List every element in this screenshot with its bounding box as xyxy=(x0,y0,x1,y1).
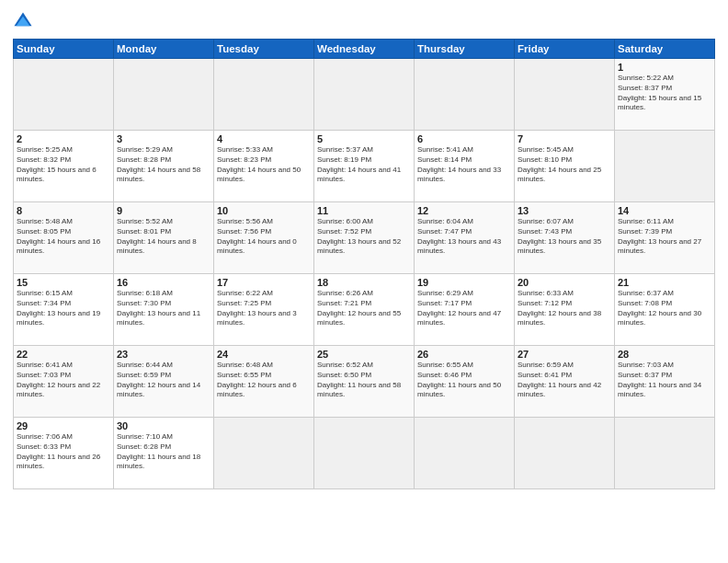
day-number: 25 xyxy=(317,349,411,360)
calendar-row: 2Sunrise: 5:25 AMSunset: 8:32 PMDaylight… xyxy=(14,131,715,202)
day-number: 9 xyxy=(117,205,210,216)
day-info: Sunrise: 5:37 AMSunset: 8:19 PMDaylight:… xyxy=(317,145,411,185)
col-header-thursday: Thursday xyxy=(415,40,515,59)
day-number: 18 xyxy=(317,277,411,288)
day-number: 22 xyxy=(17,349,110,360)
col-header-sunday: Sunday xyxy=(14,40,114,59)
calendar-cell xyxy=(615,418,715,489)
calendar-cell xyxy=(615,131,715,202)
day-info: Sunrise: 6:44 AMSunset: 6:59 PMDaylight:… xyxy=(117,361,210,400)
day-number: 6 xyxy=(417,133,511,144)
day-number: 21 xyxy=(618,277,711,288)
calendar-cell xyxy=(515,59,615,131)
calendar-cell: 8Sunrise: 5:48 AMSunset: 8:05 PMDaylight… xyxy=(14,202,114,274)
calendar-table: SundayMondayTuesdayWednesdayThursdayFrid… xyxy=(13,39,715,489)
calendar-cell: 24Sunrise: 6:48 AMSunset: 6:55 PMDayligh… xyxy=(214,346,314,418)
calendar-cell: 5Sunrise: 5:37 AMSunset: 8:19 PMDaylight… xyxy=(314,131,415,202)
logo xyxy=(13,11,37,31)
day-info: Sunrise: 5:56 AMSunset: 7:56 PMDaylight:… xyxy=(217,217,311,257)
calendar-cell: 17Sunrise: 6:22 AMSunset: 7:25 PMDayligh… xyxy=(214,274,314,346)
col-header-friday: Friday xyxy=(515,40,615,59)
day-info: Sunrise: 6:18 AMSunset: 7:30 PMDaylight:… xyxy=(117,289,210,328)
col-header-tuesday: Tuesday xyxy=(214,40,314,59)
calendar-cell: 2Sunrise: 5:25 AMSunset: 8:32 PMDaylight… xyxy=(14,131,114,202)
calendar-cell: 1Sunrise: 5:22 AMSunset: 8:37 PMDaylight… xyxy=(615,59,715,131)
day-number: 30 xyxy=(117,420,210,431)
calendar-row: 8Sunrise: 5:48 AMSunset: 8:05 PMDaylight… xyxy=(14,202,715,274)
calendar-cell xyxy=(415,418,515,489)
calendar-cell: 15Sunrise: 6:15 AMSunset: 7:34 PMDayligh… xyxy=(14,274,114,346)
calendar-cell xyxy=(14,59,114,131)
day-info: Sunrise: 7:10 AMSunset: 6:28 PMDaylight:… xyxy=(117,432,210,472)
calendar-cell xyxy=(314,418,415,489)
col-header-wednesday: Wednesday xyxy=(314,40,415,59)
calendar-header-row: SundayMondayTuesdayWednesdayThursdayFrid… xyxy=(14,40,715,59)
col-header-saturday: Saturday xyxy=(615,40,715,59)
day-number: 2 xyxy=(17,133,110,144)
day-number: 12 xyxy=(417,205,511,216)
day-number: 27 xyxy=(518,349,611,360)
day-info: Sunrise: 5:45 AMSunset: 8:10 PMDaylight:… xyxy=(518,145,611,185)
calendar-cell: 10Sunrise: 5:56 AMSunset: 7:56 PMDayligh… xyxy=(214,202,314,274)
calendar-cell: 6Sunrise: 5:41 AMSunset: 8:14 PMDaylight… xyxy=(415,131,515,202)
calendar-row: 1Sunrise: 5:22 AMSunset: 8:37 PMDaylight… xyxy=(14,59,715,131)
col-header-monday: Monday xyxy=(114,40,214,59)
calendar-cell: 29Sunrise: 7:06 AMSunset: 6:33 PMDayligh… xyxy=(14,418,114,489)
day-info: Sunrise: 6:52 AMSunset: 6:50 PMDaylight:… xyxy=(317,361,411,400)
day-info: Sunrise: 6:07 AMSunset: 7:43 PMDaylight:… xyxy=(518,217,611,257)
header xyxy=(13,11,715,31)
calendar-cell: 26Sunrise: 6:55 AMSunset: 6:46 PMDayligh… xyxy=(415,346,515,418)
day-number: 29 xyxy=(17,420,110,431)
day-info: Sunrise: 5:25 AMSunset: 8:32 PMDaylight:… xyxy=(17,145,110,185)
day-info: Sunrise: 5:48 AMSunset: 8:05 PMDaylight:… xyxy=(17,217,110,257)
calendar-cell: 20Sunrise: 6:33 AMSunset: 7:12 PMDayligh… xyxy=(515,274,615,346)
day-info: Sunrise: 6:15 AMSunset: 7:34 PMDaylight:… xyxy=(17,289,110,328)
day-info: Sunrise: 6:37 AMSunset: 7:08 PMDaylight:… xyxy=(618,289,711,328)
calendar-cell: 4Sunrise: 5:33 AMSunset: 8:23 PMDaylight… xyxy=(214,131,314,202)
day-info: Sunrise: 6:59 AMSunset: 6:41 PMDaylight:… xyxy=(518,361,611,400)
day-info: Sunrise: 5:33 AMSunset: 8:23 PMDaylight:… xyxy=(217,145,311,185)
calendar-cell xyxy=(214,418,314,489)
day-info: Sunrise: 5:29 AMSunset: 8:28 PMDaylight:… xyxy=(117,145,210,185)
day-info: Sunrise: 6:29 AMSunset: 7:17 PMDaylight:… xyxy=(417,289,511,328)
day-number: 8 xyxy=(17,205,110,216)
day-number: 7 xyxy=(518,133,611,144)
page: SundayMondayTuesdayWednesdayThursdayFrid… xyxy=(0,0,728,563)
day-number: 17 xyxy=(217,277,311,288)
day-info: Sunrise: 5:52 AMSunset: 8:01 PMDaylight:… xyxy=(117,217,210,257)
calendar-cell xyxy=(515,418,615,489)
day-number: 23 xyxy=(117,349,210,360)
calendar-cell: 22Sunrise: 6:41 AMSunset: 7:03 PMDayligh… xyxy=(14,346,114,418)
calendar-cell: 14Sunrise: 6:11 AMSunset: 7:39 PMDayligh… xyxy=(615,202,715,274)
calendar-cell: 28Sunrise: 7:03 AMSunset: 6:37 PMDayligh… xyxy=(615,346,715,418)
day-number: 15 xyxy=(17,277,110,288)
day-number: 14 xyxy=(618,205,711,216)
calendar-cell: 13Sunrise: 6:07 AMSunset: 7:43 PMDayligh… xyxy=(515,202,615,274)
day-number: 1 xyxy=(618,62,711,73)
day-info: Sunrise: 7:06 AMSunset: 6:33 PMDaylight:… xyxy=(17,432,110,472)
day-number: 10 xyxy=(217,205,311,216)
day-number: 19 xyxy=(417,277,511,288)
day-number: 24 xyxy=(217,349,311,360)
calendar-row: 15Sunrise: 6:15 AMSunset: 7:34 PMDayligh… xyxy=(14,274,715,346)
logo-icon xyxy=(13,11,33,31)
day-info: Sunrise: 6:11 AMSunset: 7:39 PMDaylight:… xyxy=(618,217,711,257)
day-info: Sunrise: 6:33 AMSunset: 7:12 PMDaylight:… xyxy=(518,289,611,328)
calendar-cell: 30Sunrise: 7:10 AMSunset: 6:28 PMDayligh… xyxy=(114,418,214,489)
day-info: Sunrise: 6:48 AMSunset: 6:55 PMDaylight:… xyxy=(217,361,311,400)
day-number: 5 xyxy=(317,133,411,144)
day-info: Sunrise: 6:04 AMSunset: 7:47 PMDaylight:… xyxy=(417,217,511,257)
day-info: Sunrise: 5:41 AMSunset: 8:14 PMDaylight:… xyxy=(417,145,511,185)
calendar-cell: 12Sunrise: 6:04 AMSunset: 7:47 PMDayligh… xyxy=(415,202,515,274)
day-info: Sunrise: 6:41 AMSunset: 7:03 PMDaylight:… xyxy=(17,361,110,400)
calendar-cell: 27Sunrise: 6:59 AMSunset: 6:41 PMDayligh… xyxy=(515,346,615,418)
calendar-cell: 11Sunrise: 6:00 AMSunset: 7:52 PMDayligh… xyxy=(314,202,415,274)
calendar-cell xyxy=(415,59,515,131)
day-number: 16 xyxy=(117,277,210,288)
calendar-cell: 23Sunrise: 6:44 AMSunset: 6:59 PMDayligh… xyxy=(114,346,214,418)
calendar-cell: 16Sunrise: 6:18 AMSunset: 7:30 PMDayligh… xyxy=(114,274,214,346)
day-info: Sunrise: 6:00 AMSunset: 7:52 PMDaylight:… xyxy=(317,217,411,257)
calendar-row: 22Sunrise: 6:41 AMSunset: 7:03 PMDayligh… xyxy=(14,346,715,418)
day-number: 28 xyxy=(618,349,711,360)
day-number: 11 xyxy=(317,205,411,216)
